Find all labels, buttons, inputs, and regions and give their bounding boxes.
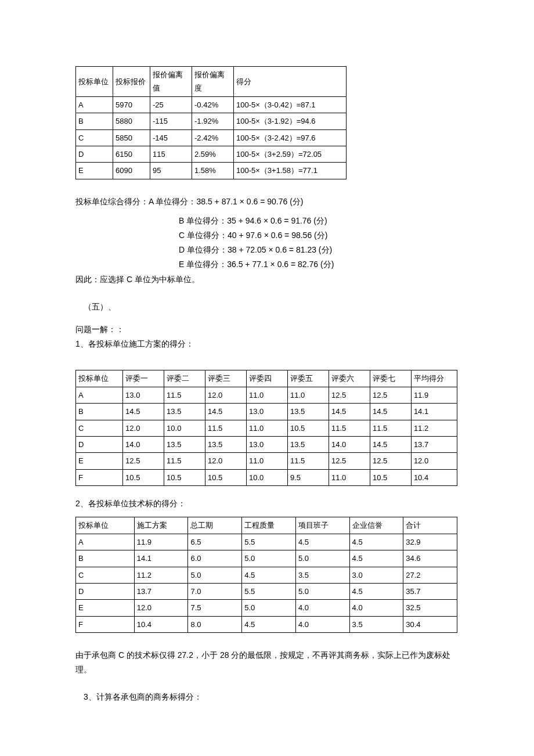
cell: 4.5	[242, 616, 296, 632]
cell: 34.6	[403, 550, 457, 567]
table-row: E12.511.512.011.011.512.512.512.0	[76, 453, 457, 469]
cell: 5.0	[242, 600, 296, 616]
cell: 4.5	[295, 534, 349, 550]
th: 项目班子	[295, 517, 349, 534]
cell: 3.0	[349, 567, 403, 583]
table-row: A 5970 -25 -0.42% 100-5×（3-0.42）=87.1	[76, 96, 347, 113]
cell: 3.5	[295, 567, 349, 583]
cell: 5.0	[242, 550, 296, 567]
table-row: F10.48.04.54.03.530.4	[76, 616, 457, 632]
cell: 32.9	[403, 534, 457, 550]
cell: 100-5×（3+1.58）=77.1	[234, 163, 347, 179]
cell: 13.5	[164, 404, 205, 420]
cell: 95	[150, 163, 192, 179]
cell: 4.0	[349, 600, 403, 616]
th-unit: 投标单位	[76, 67, 113, 97]
cell: 6.5	[188, 534, 242, 550]
cell: 5.0	[188, 567, 242, 583]
th: 评委六	[329, 370, 370, 387]
cell: 14.5	[205, 404, 247, 420]
cell: 6090	[113, 163, 150, 179]
summary-line: D 单位得分：38 + 72.05 × 0.6 = 81.23 (分)	[179, 243, 459, 257]
cell: 8.0	[188, 616, 242, 632]
cell: 14.0	[123, 436, 164, 452]
table-row: C 5850 -145 -2.42% 100-5×（3-2.42）=97.6	[76, 129, 347, 146]
cell: 11.9	[411, 387, 457, 403]
table-row: B 5880 -115 -1.92% 100-5×（3-1.92）=94.6	[76, 113, 347, 129]
th-dev-val: 报价偏离值	[150, 67, 192, 97]
th: 投标单位	[76, 517, 135, 534]
cell: F	[76, 616, 135, 632]
cell: 12.0	[134, 600, 188, 616]
judge-score-table: 投标单位 评委一 评委二 评委三 评委四 评委五 评委六 评委七 平均得分 A1…	[75, 370, 457, 486]
cell: 100-5×（3-1.92）=94.6	[234, 113, 347, 129]
note-contractor-c: 由于承包商 C 的技术标仅得 27.2，小于 28 分的最低限，按规定，不再评其…	[75, 648, 459, 677]
cell: 10.5	[164, 469, 205, 485]
table-row: B14.513.514.513.013.514.514.514.1	[76, 404, 457, 420]
cell: 12.0	[123, 420, 164, 436]
tech-score-table: 投标单位 施工方案 总工期 工程质量 项目班子 企业信誉 合计 A11.96.5…	[75, 517, 457, 633]
cell: E	[76, 163, 113, 179]
table-row: D14.013.513.513.013.514.014.513.7	[76, 436, 457, 452]
cell: 11.0	[247, 453, 288, 469]
th: 合计	[403, 517, 457, 534]
th-price: 投标报价	[113, 67, 150, 97]
cell: 27.2	[403, 567, 457, 583]
cell: 4.5	[349, 583, 403, 599]
cell: 5880	[113, 113, 150, 129]
cell: 9.5	[287, 469, 329, 485]
table-row: F10.510.510.510.09.511.010.510.4	[76, 469, 457, 485]
th-score: 得分	[234, 67, 347, 97]
cell: 30.4	[403, 616, 457, 632]
cell: 4.5	[349, 550, 403, 567]
question-two-line: 2、各投标单位技术标的得分：	[75, 496, 459, 511]
cell: 10.5	[205, 469, 247, 485]
cell: 11.9	[134, 534, 188, 550]
cell: 10.5	[123, 469, 164, 485]
cell: 10.0	[164, 420, 205, 436]
cell: 4.0	[295, 616, 349, 632]
cell: 1.58%	[192, 163, 234, 179]
th: 企业信誉	[349, 517, 403, 534]
cell: C	[76, 567, 135, 583]
table-row: E12.07.55.04.04.032.5	[76, 600, 457, 616]
summary-line: C 单位得分：40 + 97.6 × 0.6 = 98.56 (分)	[179, 228, 459, 243]
summary-line: E 单位得分：36.5 + 77.1 × 0.6 = 82.76 (分)	[179, 257, 459, 272]
cell: 12.0	[205, 387, 247, 403]
cell: 5.0	[295, 583, 349, 599]
table-header-row: 投标单位 评委一 评委二 评委三 评委四 评委五 评委六 评委七 平均得分	[76, 370, 457, 387]
cell: 4.5	[349, 534, 403, 550]
cell: 11.0	[287, 387, 329, 403]
th: 评委二	[164, 370, 205, 387]
cell: C	[76, 129, 113, 146]
cell: B	[76, 404, 123, 420]
cell: A	[76, 387, 123, 403]
cell: 13.5	[164, 436, 205, 452]
cell: 11.0	[329, 469, 370, 485]
cell: 13.0	[247, 404, 288, 420]
cell: B	[76, 550, 135, 567]
cell: 12.5	[123, 453, 164, 469]
cell: -115	[150, 113, 192, 129]
cell: 14.1	[411, 404, 457, 420]
th-dev-pct: 报价偏离度	[192, 67, 234, 97]
cell: 10.4	[411, 469, 457, 485]
cell: 11.0	[247, 420, 288, 436]
cell: 32.5	[403, 600, 457, 616]
question-one-title: 问题一解：：	[75, 322, 459, 337]
th: 评委三	[205, 370, 247, 387]
cell: 3.5	[349, 616, 403, 632]
cell: 12.5	[370, 387, 411, 403]
cell: 7.5	[188, 600, 242, 616]
th: 施工方案	[134, 517, 188, 534]
cell: -0.42%	[192, 96, 234, 113]
cell: 5850	[113, 129, 150, 146]
cell: 13.7	[134, 583, 188, 599]
cell: 12.5	[370, 453, 411, 469]
cell: 115	[150, 146, 192, 162]
cell: D	[76, 436, 123, 452]
question-three-line: 3、计算各承包商的商务标得分：	[75, 690, 459, 704]
summary-conclusion: 因此：应选择 C 单位为中标单位。	[75, 272, 459, 287]
table-row: D13.77.05.55.04.535.7	[76, 583, 457, 599]
cell: E	[76, 600, 135, 616]
